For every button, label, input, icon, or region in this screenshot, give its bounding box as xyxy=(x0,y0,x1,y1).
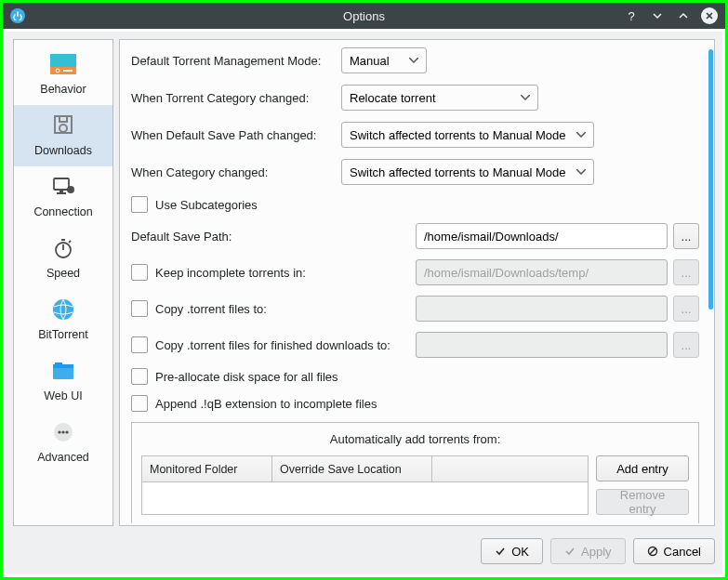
preallocate-checkbox[interactable] xyxy=(131,368,148,385)
default-save-path-input[interactable] xyxy=(416,223,668,249)
copy-torrent-label: Copy .torrent files to: xyxy=(155,302,267,316)
auto-add-title: Automatically add torrents from: xyxy=(141,432,689,446)
check-icon xyxy=(495,546,506,557)
copy-finished-label: Copy .torrent files for finished downloa… xyxy=(155,338,390,352)
svg-rect-14 xyxy=(55,362,62,366)
default-save-path-label: Default Save Path: xyxy=(131,230,410,244)
monitored-folders-table[interactable]: Monitored Folder Override Save Location xyxy=(141,455,589,515)
check-icon xyxy=(564,546,576,557)
browse-button: ... xyxy=(673,332,699,358)
webui-icon xyxy=(50,358,76,384)
keep-incomplete-input xyxy=(416,259,668,285)
sidebar: Behavior Downloads Connection Speed xyxy=(13,39,113,526)
table-body xyxy=(142,482,588,514)
use-subcategories-checkbox[interactable] xyxy=(131,196,148,213)
sidebar-item-label: Behavior xyxy=(40,83,86,96)
remove-entry-button: Remove entry xyxy=(596,489,689,515)
svg-point-4 xyxy=(60,125,67,132)
sidebar-item-speed[interactable]: Speed xyxy=(14,228,113,289)
sidebar-item-downloads[interactable]: Downloads xyxy=(14,105,113,166)
preallocate-label: Pre-allocate disk space for all files xyxy=(155,370,338,384)
cancel-icon xyxy=(647,546,658,557)
maximize-icon[interactable] xyxy=(675,7,692,24)
mgmt-mode-select[interactable]: Manual xyxy=(341,47,427,73)
copy-torrent-input xyxy=(416,296,668,322)
add-entry-button[interactable]: Add entry xyxy=(596,455,689,481)
copy-finished-input xyxy=(416,332,668,358)
svg-point-18 xyxy=(65,430,68,433)
svg-rect-5 xyxy=(54,178,69,190)
copy-torrent-checkbox[interactable] xyxy=(131,300,148,317)
advanced-icon xyxy=(50,419,76,445)
copy-finished-checkbox[interactable] xyxy=(131,336,148,353)
svg-rect-10 xyxy=(61,239,65,241)
apply-label: Apply xyxy=(581,545,612,559)
sidebar-item-label: Advanced xyxy=(37,451,89,464)
sidebar-item-label: Speed xyxy=(46,267,80,280)
window-title: Options xyxy=(3,9,725,23)
app-icon xyxy=(10,8,25,23)
apply-button: Apply xyxy=(550,538,626,564)
sidebar-item-webui[interactable]: Web UI xyxy=(14,350,113,412)
titlebar: Options ? xyxy=(3,3,725,29)
svg-rect-7 xyxy=(57,192,66,194)
column-monitored[interactable]: Monitored Folder xyxy=(142,456,272,482)
sidebar-item-label: Downloads xyxy=(34,144,92,157)
append-qb-label: Append .!qB extension to incomplete file… xyxy=(155,397,377,411)
main-panel: Default Torrent Management Mode: Manual … xyxy=(119,39,715,526)
sidebar-item-bittorrent[interactable]: BitTorrent xyxy=(14,289,113,350)
auto-add-group: Automatically add torrents from: Monitor… xyxy=(131,422,699,523)
def-path-changed-label: When Default Save Path changed: xyxy=(131,128,332,142)
when-cat-changed-label: When Category changed: xyxy=(131,165,332,179)
cancel-label: Cancel xyxy=(664,545,701,559)
keep-incomplete-label: Keep incomplete torrents in: xyxy=(155,266,306,280)
cancel-button[interactable]: Cancel xyxy=(633,538,715,564)
use-subcategories-label: Use Subcategories xyxy=(155,198,258,212)
append-qb-checkbox[interactable] xyxy=(131,395,148,412)
mgmt-mode-label: Default Torrent Management Mode: xyxy=(131,54,332,68)
svg-point-17 xyxy=(61,430,64,433)
cat-changed-select[interactable]: Relocate torrent xyxy=(341,85,538,111)
close-icon[interactable] xyxy=(701,7,718,24)
behavior-icon xyxy=(50,51,76,77)
browse-button: ... xyxy=(673,296,699,322)
cat-changed-label: When Torrent Category changed: xyxy=(131,91,332,105)
column-override[interactable]: Override Save Location xyxy=(272,456,432,482)
dialog-footer: OK Apply Cancel xyxy=(13,526,715,567)
browse-button[interactable]: ... xyxy=(673,223,699,249)
sidebar-item-connection[interactable]: Connection xyxy=(14,166,113,228)
minimize-icon[interactable] xyxy=(649,7,666,24)
ok-label: OK xyxy=(511,545,529,559)
scrollbar[interactable] xyxy=(708,49,713,310)
svg-point-11 xyxy=(53,299,73,320)
svg-rect-3 xyxy=(60,116,67,122)
when-cat-changed-select[interactable]: Switch affected torrents to Manual Mode xyxy=(341,159,594,185)
downloads-icon xyxy=(50,112,76,138)
sidebar-item-label: Web UI xyxy=(44,389,82,402)
ok-button[interactable]: OK xyxy=(481,538,543,564)
def-path-changed-select[interactable]: Switch affected torrents to Manual Mode xyxy=(341,122,594,148)
speed-icon xyxy=(50,235,76,261)
connection-icon xyxy=(50,174,76,200)
sidebar-item-advanced[interactable]: Advanced xyxy=(14,412,113,473)
keep-incomplete-checkbox[interactable] xyxy=(131,264,148,281)
column-blank xyxy=(432,456,588,482)
sidebar-item-behavior[interactable]: Behavior xyxy=(14,44,113,105)
bittorrent-icon xyxy=(50,297,76,323)
sidebar-item-label: BitTorrent xyxy=(38,328,88,341)
help-icon[interactable]: ? xyxy=(623,7,640,24)
svg-point-16 xyxy=(58,430,60,433)
sidebar-item-label: Connection xyxy=(33,205,92,218)
browse-button: ... xyxy=(673,259,699,285)
svg-point-8 xyxy=(67,186,74,193)
svg-rect-6 xyxy=(60,190,63,192)
